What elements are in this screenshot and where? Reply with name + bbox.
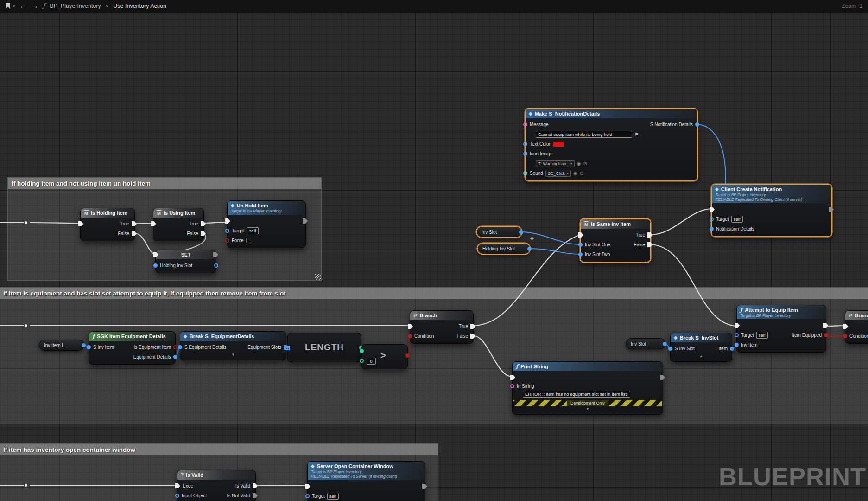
force-pin[interactable]: [225, 238, 229, 243]
exec-in-pin[interactable]: [225, 218, 230, 224]
icon-image-dropdown[interactable]: T_WarningIcon_▾: [536, 160, 575, 167]
inv-item-pin[interactable]: [735, 343, 739, 347]
asset-use-icon[interactable]: ◉: [573, 171, 577, 176]
target-value-field[interactable]: self: [327, 493, 339, 500]
breadcrumb-graph[interactable]: Use Inventory Action: [113, 3, 166, 9]
exec-in-pin[interactable]: [408, 324, 413, 329]
exec-in-pin[interactable]: [510, 375, 515, 380]
collapse-chevron[interactable]: ▾: [513, 406, 663, 412]
target-pin[interactable]: [305, 494, 310, 498]
output-pin[interactable]: [527, 247, 532, 251]
inv-slot-two-pin[interactable]: [578, 252, 583, 257]
node-array-length[interactable]: LENGTH: [287, 333, 361, 362]
target-value-field[interactable]: self: [756, 332, 768, 339]
exec-in-pin[interactable]: [578, 232, 583, 238]
output-pin[interactable]: [663, 342, 667, 346]
is-equipment-item-pin[interactable]: [173, 345, 177, 349]
asset-browse-icon[interactable]: ⊙: [580, 171, 583, 176]
inv-slot-one-pin[interactable]: [578, 243, 583, 247]
target-pin[interactable]: [710, 217, 714, 221]
node-client-create-notification[interactable]: ◆Client Create Notification Target is BP…: [711, 184, 832, 237]
exec-in-pin[interactable]: [153, 252, 158, 257]
var-get-inv-item[interactable]: Inv Item L: [39, 340, 84, 351]
collapse-chevron[interactable]: ▾: [180, 352, 286, 358]
exec-in-pin[interactable]: [175, 483, 180, 488]
comment-title[interactable]: If item has inventory open container win…: [0, 444, 438, 455]
bookmark-icon[interactable]: [6, 3, 10, 9]
sound-pin[interactable]: [523, 171, 527, 175]
value-out-pin[interactable]: [214, 263, 218, 268]
node-is-holding-item[interactable]: MIs Holding Item True False: [80, 208, 135, 241]
node-un-hold-item[interactable]: ◆Un Hold Item Target is BP Player Invent…: [227, 200, 306, 248]
target-pin[interactable]: [225, 229, 229, 233]
exec-in-pin[interactable]: [78, 221, 83, 226]
node-greater-than[interactable]: > 0: [361, 344, 408, 369]
comment-title[interactable]: If holding item and not using item un ho…: [8, 178, 321, 189]
node-sgk-item-equipment-details[interactable]: ƒSGK Item Equipment Details S Inv ItemIs…: [89, 331, 176, 365]
force-checkbox[interactable]: [246, 238, 251, 243]
target-pin[interactable]: [735, 333, 739, 337]
result-pin[interactable]: [405, 353, 410, 358]
node-break-equipment-details[interactable]: ◈Break S_EquipmentDetails S Equipment De…: [180, 331, 286, 360]
sound-dropdown[interactable]: SC_Click▾: [545, 170, 571, 177]
node-make-notification-details[interactable]: ◈Make S_NotificationDetails MessageS Not…: [525, 109, 697, 181]
struct-out-pin[interactable]: [695, 122, 699, 127]
node-set-holding-inv-slot[interactable]: SET Holding Inv Slot: [155, 250, 216, 273]
var-get-inv-slot[interactable]: Inv Slot: [476, 226, 522, 238]
in-string-pin[interactable]: [510, 384, 514, 388]
value-in-pin[interactable]: [153, 263, 158, 268]
icon-image-pin[interactable]: [523, 152, 527, 156]
forward-button[interactable]: →: [32, 2, 38, 9]
target-value-field[interactable]: self: [247, 227, 259, 234]
input-a-pin[interactable]: [360, 349, 364, 353]
output-pin[interactable]: [519, 230, 523, 234]
asset-use-icon[interactable]: ◉: [577, 161, 581, 166]
exec-in-pin[interactable]: [710, 207, 715, 212]
in-string-input[interactable]: ERROR :: Item has no equipment slot set …: [523, 391, 630, 398]
s-inv-item-pin[interactable]: [87, 345, 91, 349]
back-button[interactable]: ←: [20, 2, 27, 9]
node-is-using-item[interactable]: MIs Using Item True False: [153, 208, 204, 241]
struct-in-pin[interactable]: [668, 347, 672, 351]
input-b-pin[interactable]: [360, 359, 364, 363]
item-equipped-pin[interactable]: [824, 333, 828, 337]
reroute-node[interactable]: [24, 220, 28, 225]
output-pin[interactable]: [82, 343, 86, 347]
node-server-open-container-window[interactable]: ◆Server Open Container Window Target is …: [307, 461, 425, 501]
reroute-node[interactable]: [24, 323, 28, 328]
struct-in-pin[interactable]: [178, 345, 182, 349]
message-input[interactable]: Cannot equip item while its being held: [536, 131, 632, 138]
node-attempt-to-equip-item[interactable]: ƒAttempt to Equip Item Target is BP Play…: [736, 305, 826, 353]
message-pin[interactable]: [523, 122, 527, 127]
item-out-pin[interactable]: [730, 347, 734, 351]
comment-title[interactable]: If item is equipment and has slot set at…: [0, 288, 868, 299]
exec-in-pin[interactable]: [735, 323, 740, 328]
exec-in-pin[interactable]: [151, 221, 156, 226]
localize-flag-icon[interactable]: ⚑: [634, 132, 639, 137]
node-print-string[interactable]: ƒPrint String In String ERROR :: Item ha…: [512, 361, 663, 415]
color-swatch[interactable]: [553, 141, 564, 147]
node-is-valid[interactable]: ?Is Valid ExecIs Valid Input ObjectIs No…: [177, 470, 256, 501]
node-is-same-inv-item[interactable]: MIs Same Inv Item True Inv Slot OneFalse…: [580, 219, 651, 262]
collapse-chevron[interactable]: ▴: [671, 353, 732, 359]
literal-value-field[interactable]: 0: [367, 358, 376, 365]
input-object-pin[interactable]: [175, 494, 179, 498]
exec-in-pin[interactable]: [843, 324, 848, 329]
var-get-holding-inv-slot[interactable]: Holding Inv Slot: [477, 243, 530, 254]
text-color-pin[interactable]: [523, 142, 527, 146]
node-branch-right[interactable]: ⇄Branch Condition: [845, 310, 868, 344]
array-in-pin[interactable]: [285, 346, 290, 350]
equipment-details-pin[interactable]: [173, 355, 177, 359]
reroute-node[interactable]: [24, 483, 28, 488]
exec-in-pin[interactable]: [305, 484, 310, 489]
comment-resize-handle[interactable]: [315, 274, 321, 280]
node-branch[interactable]: ⇄Branch True ConditionFalse: [410, 310, 474, 344]
breadcrumb-blueprint[interactable]: BP_PlayerInventory: [50, 3, 101, 9]
bookmark-dropdown-caret-icon[interactable]: ▾: [13, 4, 15, 8]
asset-browse-icon[interactable]: ⊙: [583, 161, 587, 166]
condition-pin[interactable]: [408, 334, 412, 338]
node-break-invslot[interactable]: ◈Break S_InvSlot S Inv SlotItem ▴: [670, 333, 732, 362]
notification-details-pin[interactable]: [710, 227, 714, 231]
var-get-inv-slot-2[interactable]: Inv Slot: [626, 338, 665, 349]
condition-pin[interactable]: [843, 334, 847, 338]
